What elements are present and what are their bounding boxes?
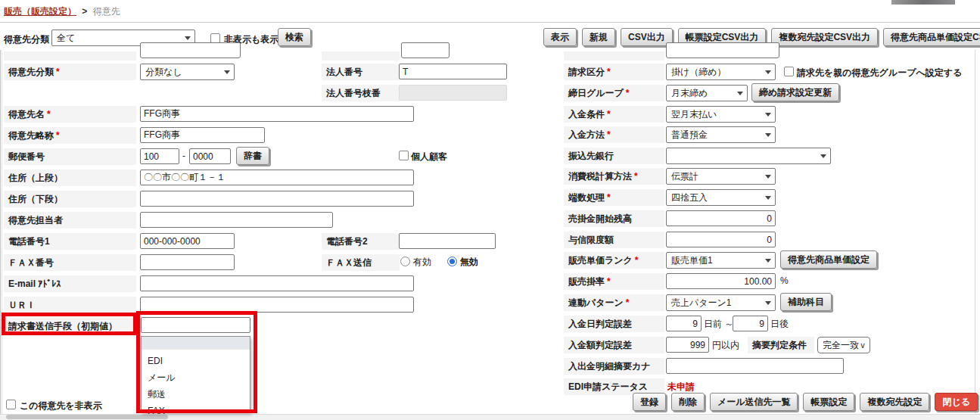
phone2-input[interactable] [399,233,496,249]
individual-customer-checkbox[interactable] [399,151,409,160]
customer-category-label: 得意先分類* [4,64,136,80]
billing-type-select[interactable]: 掛け（締め） [666,64,776,80]
statement-kana-label: 入出金明細摘要カナ [564,358,664,375]
dropdown-option-edi[interactable]: EDI [142,353,250,369]
credit-limit-label: 与信限度額 [564,232,664,248]
new-button[interactable]: 新規 [582,28,615,46]
payment-date-tolerance-after-input[interactable] [733,316,768,331]
payment-date-tolerance-label: 入金日判定誤差 [564,316,664,332]
postal-code-input-2[interactable] [189,148,231,164]
individual-customer-label: 個人顧客 [411,151,447,163]
tax-calc-label: 消費税計算方法* [564,168,664,185]
parent-group-checkbox[interactable] [784,67,794,76]
address-lower-input[interactable] [140,191,414,207]
fax-send-disabled-radio[interactable] [447,257,457,266]
fax-send-radio-group: 有効 無効 [400,256,478,269]
phone1-label: 電話番号1 [4,233,136,250]
credit-limit-input[interactable] [666,232,776,247]
corporate-number-input[interactable] [399,64,507,79]
uri-input[interactable] [140,297,414,313]
cutoff-input-middle[interactable] [401,42,450,58]
cutoff-label-middle [322,51,400,61]
tax-calc-select[interactable]: 伝票計 [666,168,776,185]
fax-send-enabled-radio[interactable] [400,257,410,266]
multi-recipient-settings-csv-export-button[interactable]: 複数宛先設定CSV出力 [771,28,878,46]
close-button[interactable]: 閉じる [935,393,978,411]
dropdown-option-blank[interactable] [142,337,250,350]
invoice-send-method-input[interactable] [141,317,250,333]
search-button[interactable]: 検索 [278,28,311,46]
payment-terms-select[interactable]: 翌月末払い [666,106,776,123]
link-pattern-select[interactable]: 売上パターン1 [666,294,776,311]
breadcrumb: 販売（販売設定） > 得意先 [4,5,120,18]
dropdown-option-fax[interactable]: FAX [142,403,250,419]
price-rank-label: 販売単価ランク* [564,252,664,269]
customer-short-name-input[interactable] [140,127,265,143]
dictionary-button[interactable]: 辞書 [236,147,269,165]
address-upper-input[interactable] [140,170,414,185]
summary-condition-select[interactable]: 完全一致 ∨ [817,337,870,353]
sales-rate-input[interactable] [666,273,776,289]
sales-rate-label: 販売掛率* [564,273,664,290]
postal-code-input-1[interactable] [140,148,179,164]
closing-group-label: 締日グループ* [564,85,664,101]
display-button[interactable]: 表示 [543,28,577,46]
payment-date-tolerance-after-unit: 日後 [770,318,789,331]
left-frame-border-inner [2,50,2,414]
closing-billing-update-button[interactable]: 締め請求設定更新 [751,83,839,101]
rounding-select[interactable]: 四捨五入 [666,189,776,206]
bank-label: 振込先銀行 [564,148,664,164]
bank-select[interactable] [666,148,831,164]
price-rank-select[interactable]: 販売単価1 [666,252,776,269]
required-mark: * [607,129,611,140]
fax-number-label: ＦＡＸ番号 [4,254,136,271]
customer-name-input[interactable] [140,106,414,122]
dropdown-option-post[interactable]: 郵送 [142,386,250,403]
dropdown-option-mail[interactable]: メール [142,369,250,386]
multi-recipient-settings-button[interactable]: 複数宛先設定 [860,393,929,411]
closing-group-select[interactable]: 月末締め [666,85,748,101]
payment-terms-label: 入金条件* [564,106,664,123]
customer-category-filter-value: 全て [57,33,75,43]
phone1-input[interactable] [140,233,235,249]
payment-date-tolerance-before-unit: 日前 ～ [704,318,733,331]
customer-item-price-settings-button[interactable]: 得意先商品単価設定 [780,250,877,269]
contact-person-input[interactable] [140,212,333,228]
payment-amount-tolerance-input[interactable] [666,337,709,353]
statement-kana-input[interactable] [666,358,844,374]
sales-rate-unit: % [780,275,789,286]
customer-short-name-label: 得意先略称* [4,127,136,144]
email-label: E-mail ｱﾄﾞﾚｽ [4,275,136,292]
delete-button[interactable]: 削除 [671,393,705,411]
csv-export-button[interactable]: CSV出力 [621,28,673,46]
report-settings-button[interactable]: 帳票設定 [803,393,854,411]
customer-category-select[interactable]: 分類なし [140,64,235,80]
breadcrumb-current: 得意先 [93,6,120,17]
mail-recipient-list-button[interactable]: メール送信先一覧 [710,393,798,411]
payment-date-tolerance-before-input[interactable] [666,316,702,331]
postal-code-label: 郵便番号 [4,148,136,165]
window-edge-strip [891,0,955,5]
edi-status-value: 未申請 [667,381,695,394]
fax-number-input[interactable] [140,254,235,270]
cutoff-input-left[interactable] [140,42,241,58]
email-input[interactable] [140,275,414,291]
address-lower-label: 住所（下段） [4,191,136,207]
register-button[interactable]: 登録 [633,393,666,411]
required-mark: * [626,297,630,308]
payment-method-select[interactable]: 普通預金 [666,126,776,143]
required-mark: * [47,109,51,120]
link-pattern-label: 連動パターン* [564,294,664,311]
customer-item-price-settings-csv-export-button[interactable]: 得意先商品単価設定CSV出力 [883,28,980,46]
hide-customer-checkbox[interactable] [6,400,16,409]
cutoff-input-right[interactable] [666,42,779,58]
receivable-opening-input[interactable] [666,210,776,226]
fax-send-label: ＦＡＸ送信 [322,254,400,271]
breadcrumb-link-sales[interactable]: 販売（販売設定） [4,6,76,17]
rounding-label: 端数処理* [564,189,664,206]
chevron-down-icon: ∨ [860,338,866,353]
auxiliary-account-button[interactable]: 補助科目 [780,293,832,311]
postal-code-separator: - [182,151,185,161]
fax-send-enabled-label: 有効 [413,257,431,267]
customer-name-label: 得意先名* [4,106,136,123]
